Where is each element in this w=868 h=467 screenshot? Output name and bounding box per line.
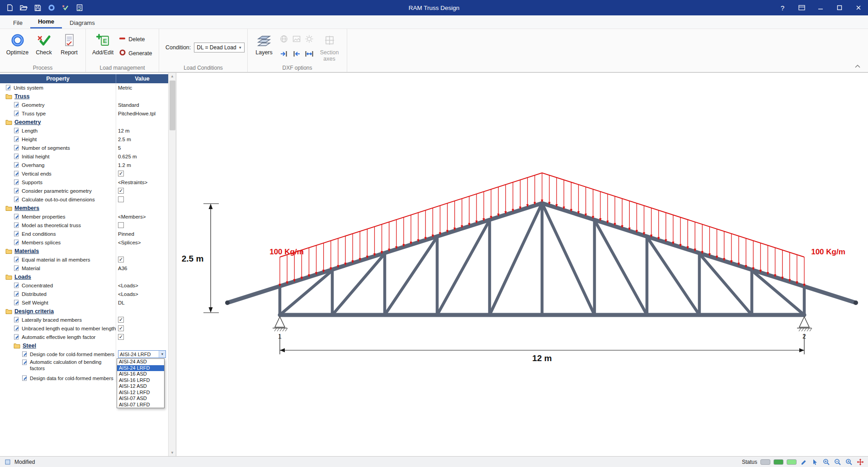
category-row[interactable]: Truss — [0, 92, 168, 100]
property-row[interactable]: Length12 m — [0, 126, 168, 135]
select-arrow-icon[interactable] — [811, 458, 819, 466]
property-row[interactable]: Members splices<Splices> — [0, 238, 168, 247]
tab-file[interactable]: File — [5, 17, 30, 29]
checkbox[interactable] — [118, 222, 124, 228]
property-row[interactable]: Initial height0.625 m — [0, 152, 168, 161]
property-row[interactable]: Supports<Restraints> — [0, 178, 168, 186]
edit-icon[interactable] — [800, 458, 808, 466]
scroll-up-arrow[interactable]: ▲ — [169, 73, 176, 80]
dropdown-item[interactable]: AISI-12 LRFD — [117, 390, 164, 396]
tab-diagrams[interactable]: Diagrams — [62, 17, 103, 29]
add-edit-button[interactable]: E Add/Edit — [90, 30, 116, 57]
section-axes-button[interactable]: Section axes — [316, 30, 343, 64]
dropdown-item[interactable]: AISI-07 ASD — [117, 396, 164, 402]
height-dimension-label: 2.5 m — [182, 254, 204, 263]
zoom-out-icon[interactable] — [834, 458, 842, 466]
dropdown-item[interactable]: AISI-07 LRFD — [117, 402, 164, 408]
property-row[interactable]: Overhang1.2 m — [0, 161, 168, 169]
property-row[interactable]: Concentrated<Loads> — [0, 281, 168, 290]
checkbox[interactable] — [118, 196, 124, 202]
property-row[interactable]: Vertical ends✓ — [0, 169, 168, 178]
property-row[interactable]: Calculate out-to-out dimensions — [0, 195, 168, 204]
collapse-ribbon-button[interactable] — [854, 62, 861, 70]
property-row[interactable]: Model as theoretical truss — [0, 221, 168, 229]
property-row[interactable]: Unbraced length equal to member length✓ — [0, 324, 168, 333]
generate-button[interactable]: Generate — [119, 49, 152, 57]
layers-button[interactable]: Layers — [251, 30, 277, 57]
optimize-quick-button[interactable] — [47, 3, 57, 13]
property-row[interactable]: Automatic effective length factor✓ — [0, 333, 168, 341]
fit-dxf-icon[interactable] — [305, 49, 314, 60]
property-row[interactable]: End conditionsPinned — [0, 229, 168, 238]
property-icon — [14, 291, 19, 297]
brightness-icon[interactable] — [305, 34, 314, 45]
close-button[interactable] — [849, 0, 868, 15]
checkbox[interactable]: ✓ — [118, 171, 124, 176]
condition-combobox[interactable]: DL = Dead Load ▼ — [194, 43, 244, 52]
property-value: <Loads> — [118, 283, 138, 288]
property-row[interactable]: Height2.5 m — [0, 135, 168, 143]
optimize-button[interactable]: Optimize — [4, 30, 31, 57]
export-dxf-icon[interactable] — [292, 49, 301, 60]
dropdown-item[interactable]: AISI-12 ASD — [117, 383, 164, 390]
property-row[interactable]: Truss typePitchedHowe.tpl — [0, 109, 168, 118]
image-icon[interactable] — [292, 34, 301, 45]
dropdown-item[interactable]: AISI-16 ASD — [117, 371, 164, 377]
property-row[interactable]: Units systemMetric — [0, 83, 168, 92]
property-row[interactable]: Self WeightDL — [0, 298, 168, 307]
globe-icon[interactable] — [279, 34, 288, 45]
ribbon-toggle-button[interactable] — [792, 0, 811, 15]
property-row[interactable]: Equal material in all members✓ — [0, 255, 168, 264]
category-row[interactable]: Materials — [0, 247, 168, 255]
report-quick-button[interactable] — [75, 3, 85, 13]
minimize-button[interactable] — [811, 0, 830, 15]
report-button[interactable]: Report — [57, 30, 82, 57]
design-code-combobox[interactable]: AISI-24 LRFD▼ — [118, 350, 166, 358]
property-panel-scrollbar[interactable]: ▲ ▼ — [168, 73, 176, 456]
property-row[interactable]: MaterialA36 — [0, 264, 168, 272]
chevron-down-icon[interactable]: ▼ — [236, 46, 244, 50]
delete-button[interactable]: Delete — [119, 35, 152, 43]
dropdown-item[interactable]: AISI-24 LRFD — [117, 365, 164, 372]
tab-home[interactable]: Home — [30, 16, 62, 29]
property-row[interactable]: Member properties<Members> — [0, 212, 168, 221]
check-quick-button[interactable] — [61, 3, 71, 13]
property-row[interactable]: Laterally braced members✓ — [0, 315, 168, 324]
pan-icon[interactable] — [856, 458, 864, 466]
new-file-button[interactable] — [5, 3, 14, 13]
checkbox[interactable]: ✓ — [118, 325, 124, 331]
span-dimension-label: 12 m — [532, 353, 552, 363]
open-file-button[interactable] — [19, 3, 28, 13]
folder-icon — [5, 309, 12, 314]
supports: 12 — [273, 317, 812, 340]
category-row[interactable]: Design criteria — [0, 307, 168, 315]
zoom-in-icon[interactable] — [822, 458, 830, 466]
truss-members[interactable] — [225, 203, 858, 315]
checkbox[interactable]: ✓ — [118, 317, 124, 323]
check-button[interactable]: Check — [31, 30, 57, 57]
property-row[interactable]: GeometryStandard — [0, 100, 168, 109]
property-row[interactable]: Distributed<Loads> — [0, 290, 168, 298]
canvas-viewport[interactable]: 12100 Kg/m100 Kg/m2.5 m12 m — [176, 73, 868, 456]
dropdown-item[interactable]: AISI-24 ASD — [117, 359, 164, 365]
checkbox[interactable]: ✓ — [118, 257, 124, 262]
drawing-area[interactable]: 12100 Kg/m100 Kg/m2.5 m12 m — [176, 73, 868, 456]
import-dxf-icon[interactable] — [279, 49, 288, 60]
dropdown-item[interactable]: AISI-16 LRFD — [117, 377, 164, 384]
maximize-button[interactable] — [830, 0, 849, 15]
category-row[interactable]: Members — [0, 204, 168, 212]
chevron-down-icon[interactable]: ▼ — [159, 351, 165, 357]
zoom-all-icon[interactable]: A — [845, 458, 853, 466]
scroll-thumb[interactable] — [170, 81, 175, 130]
help-button[interactable]: ? — [773, 0, 792, 15]
save-button[interactable] — [33, 3, 42, 13]
property-row[interactable]: Consider parametric geometry✓ — [0, 186, 168, 195]
category-row[interactable]: Steel — [0, 341, 168, 350]
category-row[interactable]: Geometry — [0, 118, 168, 126]
property-row[interactable]: Design code for cold-formed membersAISI-… — [0, 350, 168, 358]
scroll-down-arrow[interactable]: ▼ — [169, 449, 176, 456]
checkbox[interactable]: ✓ — [118, 188, 124, 194]
checkbox[interactable]: ✓ — [118, 334, 124, 340]
property-row[interactable]: Number of segments5 — [0, 143, 168, 152]
category-row[interactable]: Loads — [0, 272, 168, 281]
